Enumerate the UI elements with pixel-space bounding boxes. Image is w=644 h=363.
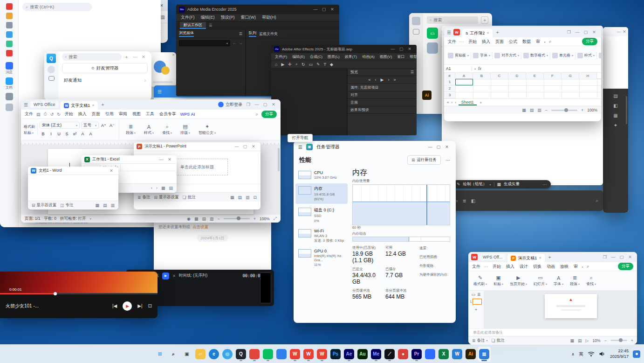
print-icon[interactable]: ⎙ bbox=[44, 112, 47, 117]
zoom-in-icon[interactable]: + bbox=[581, 108, 583, 112]
properties-panel-tab[interactable]: 属性: 无选择项目 bbox=[350, 85, 378, 90]
close-button[interactable]: ✕ bbox=[405, 47, 414, 51]
column-header[interactable]: F bbox=[544, 73, 562, 79]
generate-vector-button[interactable]: 生成矢量 bbox=[504, 182, 520, 187]
chrome-browser-app[interactable]: ◎ bbox=[221, 347, 234, 362]
panel-icon-3[interactable]: ▦ bbox=[613, 113, 617, 118]
minimize-button[interactable]: — bbox=[157, 157, 165, 162]
view-break-icon[interactable]: ▥ bbox=[537, 108, 541, 112]
zoom-slider[interactable] bbox=[610, 340, 627, 341]
comments-button[interactable]: ❏批注 bbox=[183, 195, 196, 200]
chat-bubble-icon[interactable] bbox=[48, 76, 55, 81]
column-header[interactable]: C bbox=[491, 73, 508, 79]
prev-icon[interactable]: ‹ bbox=[151, 186, 152, 190]
menu-item[interactable]: 效果(T) bbox=[344, 54, 358, 60]
ribbon-menu-item[interactable]: 数据 bbox=[521, 38, 532, 45]
tool-icon[interactable]: ▭ bbox=[309, 62, 313, 67]
ribbon-group-chip[interactable]: A 样式▾ bbox=[141, 124, 157, 136]
add-sheet-icon[interactable]: ＋ bbox=[479, 100, 483, 105]
friend-manager-button[interactable]: ⚙ 好友管理器 bbox=[62, 63, 148, 73]
format-mark-button[interactable]: B bbox=[40, 130, 47, 137]
writer-tabbar[interactable]: ☰ WPS Office W 文字文稿1 ✕ ＋ 立即登录 ❐ — ▢ ✕ bbox=[21, 99, 281, 110]
wechat-avatar[interactable] bbox=[412, 17, 420, 25]
fit-page-icon[interactable]: ⤢ bbox=[274, 216, 277, 221]
close-button[interactable]: ✕ bbox=[269, 102, 278, 107]
ribbon-menu-item[interactable]: 放映 bbox=[559, 263, 569, 270]
tm-titlebar[interactable]: ☰ ▦ 任务管理器 — ▢ ✕ bbox=[294, 141, 456, 153]
wps-home-tab[interactable]: WPS Office bbox=[30, 101, 58, 108]
rail-app-icon[interactable] bbox=[6, 3, 13, 10]
transport-button[interactable]: › bbox=[388, 77, 389, 82]
ribbon-menu-item[interactable]: 页面 bbox=[91, 111, 101, 118]
panel-icon-2[interactable]: ◧ bbox=[613, 103, 617, 108]
sorter-view-icon[interactable]: ▤ bbox=[578, 338, 582, 343]
row-header[interactable]: 3 bbox=[444, 92, 455, 98]
notes-button[interactable]: ≣备注▾ bbox=[472, 338, 488, 343]
prev-sheet-icon[interactable]: ‹ bbox=[451, 100, 452, 105]
audio-panel-tab[interactable]: 音频 bbox=[350, 100, 358, 105]
cells-area[interactable] bbox=[455, 79, 601, 98]
grid-view-icon[interactable]: ▦ bbox=[230, 195, 234, 200]
font-size-select[interactable]: 五号▾ bbox=[81, 122, 99, 129]
notes-button[interactable]: ≣备注 bbox=[137, 195, 151, 200]
progress-bar[interactable] bbox=[0, 293, 158, 294]
media-encoder-app[interactable]: Me bbox=[370, 347, 383, 362]
minimize-button[interactable]: — bbox=[573, 30, 582, 35]
ribbon-menu-item[interactable]: 页面 bbox=[494, 38, 505, 45]
ribbon-chip[interactable]: ✎ 格式刷▾ bbox=[470, 274, 490, 287]
ribbon-group[interactable]: 样式 ▾ bbox=[575, 52, 597, 59]
panel-icon-d[interactable]: ⌕ bbox=[596, 198, 598, 203]
new-tab-icon[interactable]: ＋ bbox=[547, 254, 552, 260]
view-read-icon[interactable]: ◉ bbox=[187, 216, 191, 221]
font-name-select[interactable]: 宋体 (正文)▾ bbox=[40, 122, 80, 129]
more-icon[interactable]: ⋯ bbox=[542, 182, 547, 187]
ae-composition-panel[interactable] bbox=[271, 69, 348, 135]
add-friend-icon[interactable]: ＋ bbox=[124, 54, 129, 60]
scrollbar[interactable] bbox=[626, 96, 627, 124]
ribbon-chip[interactable]: ⌕ 查找▾ bbox=[583, 274, 599, 287]
chat-icon[interactable] bbox=[413, 29, 419, 35]
panel-menu-icon[interactable]: ☰ bbox=[411, 70, 414, 74]
zoom-slider[interactable] bbox=[224, 218, 250, 219]
close-tab-icon[interactable]: ✕ bbox=[486, 31, 489, 35]
panel-icon-b[interactable]: ≣ bbox=[462, 198, 466, 203]
file-explorer-app[interactable]: ▱ bbox=[194, 347, 207, 362]
file-menu[interactable]: 文件 bbox=[25, 111, 33, 117]
menu-item[interactable]: 窗口(W) bbox=[240, 14, 257, 21]
column-header[interactable]: H bbox=[579, 73, 597, 79]
document-tab[interactable]: W 文字文稿1 ✕ bbox=[61, 101, 98, 110]
tool-icon[interactable]: ✎ bbox=[316, 62, 320, 67]
wechat-search-input[interactable] bbox=[433, 18, 475, 22]
close-tab-icon[interactable]: ✕ bbox=[92, 104, 95, 107]
wps-app-1[interactable]: W bbox=[289, 347, 301, 362]
outline-tab-icon[interactable]: ▭ bbox=[471, 292, 475, 297]
wecom-app[interactable] bbox=[424, 347, 437, 362]
ime-indicator[interactable]: 英 bbox=[579, 351, 583, 357]
file-menu[interactable]: 文件 bbox=[448, 39, 456, 45]
ribbon-group[interactable]: 剪贴板 ▾ bbox=[446, 52, 471, 59]
premiere-app[interactable]: Pr bbox=[411, 347, 423, 362]
close-button[interactable]: ✕ bbox=[249, 144, 258, 149]
ribbon-chip[interactable]: A 字体▾ bbox=[550, 275, 567, 287]
ribbon-menu-item[interactable]: 插入 bbox=[77, 111, 88, 118]
formula-input[interactable] bbox=[120, 164, 174, 171]
view-web-icon[interactable]: ▤ bbox=[202, 216, 206, 221]
view-page-icon[interactable]: ▤ bbox=[530, 108, 534, 112]
fx-label[interactable]: fx bbox=[478, 66, 481, 71]
ribbon-menu-item[interactable]: 开始 bbox=[492, 263, 502, 270]
panel-icon-4[interactable]: ✦ bbox=[614, 123, 617, 128]
page-view-icon[interactable]: ▤ bbox=[169, 186, 173, 190]
search-icon[interactable]: ⌕ bbox=[587, 264, 589, 269]
photoshop-app[interactable]: Ps bbox=[329, 347, 342, 362]
format-mark-button[interactable]: A bbox=[87, 130, 94, 137]
qq-search-box[interactable]: ⌕ bbox=[62, 53, 122, 61]
ribbon-chip[interactable]: ▣ 粘贴▾ bbox=[490, 274, 507, 287]
share-button[interactable]: 分享 bbox=[261, 111, 277, 118]
maximize-button[interactable]: ▢ bbox=[617, 255, 626, 259]
queue-tab[interactable]: 队列 bbox=[249, 30, 256, 37]
close-button[interactable]: ✕ bbox=[139, 55, 148, 59]
reading-view-icon[interactable]: ▥ bbox=[246, 195, 250, 200]
new-tab-icon[interactable]: ＋ bbox=[495, 29, 500, 35]
wifi-icon[interactable] bbox=[588, 351, 595, 356]
GPU 0[interactable]: GPU 0 Intel(R) Iris(R) Xe Gra... 11% bbox=[295, 246, 348, 270]
